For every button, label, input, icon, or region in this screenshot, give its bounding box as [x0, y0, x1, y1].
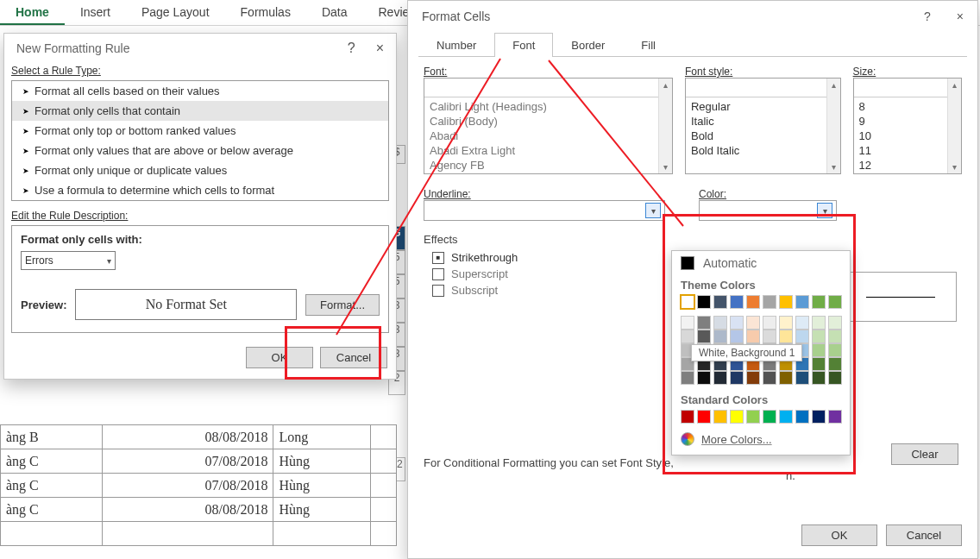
rule-type-item[interactable]: Use a formula to determine which cells t…	[12, 180, 388, 200]
color-swatch[interactable]	[779, 410, 793, 424]
font-style-option[interactable]: Bold	[686, 129, 840, 143]
ok-button[interactable]: OK	[801, 524, 877, 546]
tab-border[interactable]: Border	[553, 33, 623, 57]
color-swatch[interactable]	[681, 295, 694, 309]
color-swatch[interactable]	[681, 371, 694, 385]
color-swatch[interactable]	[763, 410, 776, 424]
font-option[interactable]: Abadi Extra Light	[424, 143, 672, 158]
color-swatch[interactable]	[763, 330, 776, 343]
more-colors-option[interactable]: More Colors...	[672, 429, 850, 449]
close-icon[interactable]: ×	[957, 9, 964, 23]
color-swatch[interactable]	[795, 371, 809, 385]
scrollbar[interactable]: ▴▾	[826, 79, 840, 173]
worksheet-table[interactable]: àng B08/08/2018Long àng C07/08/2018Hùng …	[0, 424, 397, 546]
color-swatch[interactable]	[795, 295, 809, 309]
color-swatch[interactable]	[746, 330, 760, 343]
size-option[interactable]: 11	[854, 143, 961, 158]
close-icon[interactable]: ×	[376, 41, 384, 56]
color-swatch[interactable]	[730, 371, 744, 385]
size-option[interactable]: 8	[854, 99, 961, 114]
color-swatch[interactable]	[828, 357, 842, 371]
color-swatch[interactable]	[730, 316, 744, 330]
font-style-option[interactable]: Bold Italic	[686, 143, 840, 158]
color-swatch[interactable]	[713, 371, 727, 385]
font-option[interactable]: Abadi	[424, 129, 672, 143]
size-option[interactable]: 10	[854, 129, 961, 143]
font-option[interactable]: Aldhabi	[424, 173, 672, 174]
font-style-listbox[interactable]: Regular Italic Bold Bold Italic ▴▾	[685, 78, 841, 174]
color-swatch[interactable]	[713, 410, 727, 424]
help-icon[interactable]: ?	[924, 9, 931, 23]
ribbon-tab-insert[interactable]: Insert	[65, 0, 126, 25]
ok-button[interactable]: OK	[246, 347, 313, 368]
color-swatch[interactable]	[681, 330, 694, 343]
rule-type-item[interactable]: Format only top or bottom ranked values	[12, 121, 388, 141]
rule-type-item[interactable]: Format only cells that contain	[12, 101, 388, 121]
color-swatch[interactable]	[746, 410, 760, 424]
color-swatch[interactable]	[746, 371, 760, 385]
font-style-option[interactable]: Italic	[686, 114, 840, 129]
format-button[interactable]: Format...	[305, 294, 380, 316]
color-swatch[interactable]	[730, 295, 744, 309]
color-swatch[interactable]	[763, 316, 776, 330]
size-listbox[interactable]: 8 9 10 11 12 14 ▴▾	[853, 78, 962, 174]
font-option[interactable]: Calibri Light (Headings)	[424, 99, 672, 114]
color-swatch[interactable]	[746, 316, 760, 330]
color-swatch[interactable]	[779, 330, 793, 343]
color-swatch[interactable]	[763, 371, 776, 385]
color-swatch[interactable]	[795, 410, 809, 424]
color-swatch[interactable]	[746, 295, 760, 309]
subscript-checkbox[interactable]: Subscript	[432, 284, 687, 297]
size-input[interactable]	[854, 79, 961, 97]
font-listbox[interactable]: Calibri Light (Headings) Calibri (Body) …	[424, 78, 673, 174]
tab-font[interactable]: Font	[494, 33, 553, 57]
color-swatch[interactable]	[697, 330, 711, 343]
color-swatch[interactable]	[713, 316, 727, 330]
color-swatch[interactable]	[697, 371, 711, 385]
rule-type-item[interactable]: Format only values that are above or bel…	[12, 141, 388, 160]
automatic-color-option[interactable]: Automatic	[672, 251, 850, 275]
color-swatch[interactable]	[812, 295, 826, 309]
font-option[interactable]: Calibri (Body)	[424, 114, 672, 129]
tab-number[interactable]: Number	[418, 33, 494, 57]
font-style-input[interactable]	[686, 79, 840, 97]
condition-combo[interactable]: Errors ▾	[21, 251, 116, 270]
color-dropdown[interactable]: ▾	[699, 200, 837, 221]
color-swatch[interactable]	[730, 330, 744, 343]
rule-type-item[interactable]: Format all cells based on their values	[12, 81, 388, 101]
color-swatch[interactable]	[812, 316, 826, 330]
font-input[interactable]	[424, 79, 672, 97]
ribbon-tab-home[interactable]: Home	[0, 0, 65, 25]
color-swatch[interactable]	[697, 295, 711, 309]
rule-type-list[interactable]: Format all cells based on their values F…	[11, 80, 389, 201]
ribbon-tab-data[interactable]: Data	[306, 0, 363, 25]
color-swatch[interactable]	[828, 316, 842, 330]
color-swatch[interactable]	[779, 295, 793, 309]
strikethrough-checkbox[interactable]: Strikethrough	[432, 251, 687, 264]
font-style-option[interactable]: Regular	[686, 99, 840, 114]
help-icon[interactable]: ?	[348, 41, 355, 56]
color-swatch[interactable]	[828, 343, 842, 357]
color-swatch[interactable]	[713, 295, 727, 309]
size-option[interactable]: 14	[854, 173, 961, 174]
font-option[interactable]: Agency FB	[424, 158, 672, 173]
color-swatch[interactable]	[779, 316, 793, 330]
color-swatch[interactable]	[730, 410, 744, 424]
color-swatch[interactable]	[697, 316, 711, 330]
color-swatch[interactable]	[681, 410, 694, 424]
size-option[interactable]: 12	[854, 158, 961, 173]
color-swatch[interactable]	[812, 343, 826, 357]
color-swatch[interactable]	[812, 371, 826, 385]
color-swatch[interactable]	[697, 410, 711, 424]
size-option[interactable]: 9	[854, 114, 961, 129]
ribbon-tab-page-layout[interactable]: Page Layout	[126, 0, 225, 25]
scrollbar[interactable]: ▴▾	[947, 79, 961, 173]
color-swatch[interactable]	[828, 295, 842, 309]
color-swatch[interactable]	[812, 357, 826, 371]
color-swatch[interactable]	[828, 410, 842, 424]
superscript-checkbox[interactable]: Superscript	[432, 267, 687, 280]
color-swatch[interactable]	[828, 330, 842, 343]
clear-button[interactable]: Clear	[891, 443, 958, 465]
color-swatch[interactable]	[812, 410, 826, 424]
color-swatch[interactable]	[779, 371, 793, 385]
